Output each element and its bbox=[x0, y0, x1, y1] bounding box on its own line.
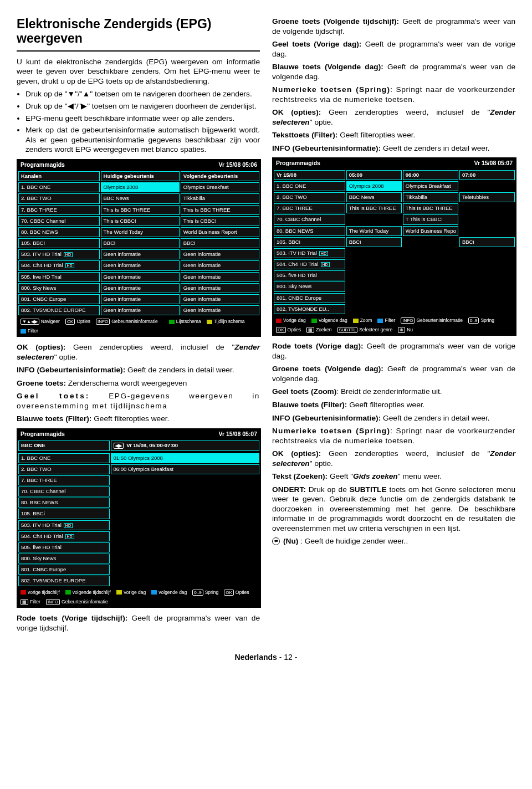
epg2-ch-cell: 505. five HD Trial bbox=[18, 542, 110, 552]
epg3-title: Programmagids bbox=[276, 160, 320, 167]
epg2-prog-cell bbox=[111, 486, 259, 496]
lg3n: Nu bbox=[407, 327, 413, 332]
r3: Blauwe toets (Volgende dag): Geeft de pr… bbox=[272, 62, 515, 81]
epg1-cell: Geen informatie bbox=[181, 272, 259, 282]
epg3-cell bbox=[403, 237, 458, 247]
epg1-cell: This Is BBC THREE bbox=[101, 205, 180, 215]
epg3-cell: 504. Ch4 HD TrialHD bbox=[274, 259, 345, 269]
epg3-cell bbox=[346, 304, 402, 314]
lg2ok: Opties bbox=[236, 590, 249, 595]
epg1-cell: Geen informatie bbox=[181, 260, 259, 270]
lg3g: Selecteer genre bbox=[359, 327, 392, 332]
col-next: Volgende gebeurtenis bbox=[181, 171, 259, 181]
epg1-cell: Geen informatie bbox=[101, 260, 180, 270]
epg2-time: Vr 15/08 05:07 bbox=[219, 431, 257, 438]
epg3-cell bbox=[403, 270, 458, 280]
epg3-cell: World Business Repo Breakfast bbox=[403, 226, 458, 236]
epg1-cell: Geen informatie bbox=[181, 305, 259, 315]
epg1-cell: 504. Ch4 HD TrialHD bbox=[18, 260, 100, 270]
lg3c: Zoom bbox=[360, 317, 372, 323]
epg3-cell bbox=[403, 281, 458, 291]
epg3-cell bbox=[459, 259, 515, 269]
epg1-cell: World Business Report bbox=[181, 227, 259, 237]
epg2-ch: BBC ONE bbox=[18, 440, 110, 450]
lg-list: Lijstschema bbox=[176, 319, 201, 324]
epg3-cell: T This is CBBC! bbox=[403, 214, 458, 224]
epg3-cell: Olympics 2008 bbox=[346, 181, 402, 191]
epg3-legend: Vorige dag Volgende dag Zoom Filter INFO… bbox=[273, 315, 516, 335]
r17: ⇄ (Nu) : Geeft de huidige zender weer.. bbox=[272, 536, 515, 546]
lg2b: volgende tijdschlijf bbox=[73, 590, 111, 595]
epg2-legend: vorige tijdschlijf volgende tijdschlijf … bbox=[17, 587, 260, 607]
footer: Nederlands - 12 - bbox=[17, 653, 515, 663]
epg3-cell: 70. CBBC Channel bbox=[274, 214, 345, 224]
epg2-prog-cell bbox=[111, 531, 259, 541]
h0: Vr 15/08 bbox=[274, 170, 345, 180]
epg1-cell: 1. BBC ONE bbox=[18, 182, 100, 192]
epg2-prog-cell bbox=[111, 498, 259, 508]
r15: Tekst (Zoeken): Geeft "Gids zoeken" menu… bbox=[272, 472, 515, 481]
epg3-cell: The World Today bbox=[346, 226, 402, 236]
epg1-cell: 503. ITV HD TrialHD bbox=[18, 249, 100, 259]
epg2-ch-cell: 105. BBCi bbox=[18, 509, 110, 519]
r7: INFO (Gebeurtenisinformatie): Geeft de z… bbox=[272, 144, 515, 153]
r5: OK (opties): Geen zenderopties weerd, in… bbox=[272, 107, 515, 127]
epg1-cell: BBC News bbox=[101, 193, 180, 203]
epg1-cell: 105. BBCi bbox=[18, 238, 100, 248]
lg3info: Gebeurtenisinformatie bbox=[416, 317, 463, 323]
epg-timeline-view: ProgrammagidsVr 15/08 05:07 Vr 15/0805:0… bbox=[272, 157, 516, 336]
line-blue: Blauwe toets (Filter): Geeft filteroptie… bbox=[17, 414, 260, 424]
lg2c: Vorige dag bbox=[124, 590, 146, 595]
epg1-cell: Geen informatie bbox=[181, 249, 259, 259]
epg3-cell bbox=[346, 214, 402, 224]
r13: Numerieke toetsen (Spring): Springt naar… bbox=[272, 426, 515, 445]
lg3b: Volgende dag bbox=[319, 317, 347, 323]
col-right: Groene toets (Volgende tijdschijf): Geef… bbox=[272, 17, 515, 636]
epg2-ch-cell: 1. BBC ONE bbox=[18, 453, 110, 463]
epg3-cell: 105. BBCi bbox=[274, 237, 345, 247]
epg2-ch-cell: 2. BBC TWO bbox=[18, 464, 110, 474]
lg3s: Spring bbox=[480, 317, 494, 323]
line-red-prev: Rode toets (Vorige tijdschijf): Geeft de… bbox=[17, 613, 260, 633]
epg2-prog-cell: 06:00 Olympics Breakfast bbox=[111, 464, 259, 474]
col-channels: Kanalen bbox=[18, 171, 100, 181]
epg3-table: Vr 15/0805:0006:0007:00 1. BBC ONEOlympi… bbox=[273, 169, 516, 315]
r12: INFO (Gebeurtenisinformatie): Geeft de z… bbox=[272, 413, 515, 423]
epg2-ch-cell: 70. CBBC Channel bbox=[18, 486, 110, 496]
epg2-range: Vr 15/08, 05:00-07:00 bbox=[126, 442, 178, 448]
r14: OK (opties): Geen zenderopties weerd, in… bbox=[272, 449, 515, 468]
epg1-cell: Olympics Breakfast bbox=[181, 182, 259, 192]
epg3-cell bbox=[403, 293, 458, 303]
epg2-prog-cell bbox=[111, 542, 259, 552]
line-yellow: Geel toets: EPG-gegevens weergeven in ov… bbox=[17, 391, 260, 411]
epg1-cell: Tikkabilla bbox=[181, 193, 259, 203]
epg3-cell bbox=[346, 248, 402, 258]
epg1-cell: The World Today bbox=[101, 227, 180, 237]
epg2-ch-cell: 503. ITV HD TrialHD bbox=[18, 520, 110, 530]
epg1-cell: Geen informatie bbox=[181, 283, 259, 293]
epg2-ch-cell: 504. Ch4 HD TrialHD bbox=[18, 531, 110, 541]
r6: Teksttoets (Filter): Geeft filteropties … bbox=[272, 130, 515, 140]
epg3-cell: BBCi bbox=[459, 237, 515, 247]
epg3-cell: BBC News bbox=[346, 192, 402, 202]
footer-lang: Nederlands bbox=[235, 653, 277, 662]
epg1-title: Programmagids bbox=[21, 161, 65, 168]
r8: Rode toets (Vorige dag): Geeft de progra… bbox=[272, 341, 515, 361]
page-title: Elektronische Zendergids (EPG) weergeven bbox=[17, 17, 244, 46]
lg3a: Vorige dag bbox=[283, 317, 306, 323]
epg2-prog-cell bbox=[111, 520, 259, 530]
epg1-cell: Geen informatie bbox=[101, 294, 180, 304]
h2: 06:00 bbox=[403, 170, 458, 180]
epg3-cell: Teletubbies bbox=[459, 192, 515, 202]
epg1-cell: This is CBBC! bbox=[101, 216, 180, 226]
columns: Elektronische Zendergids (EPG) weergeven… bbox=[17, 17, 515, 636]
lg3ok: Opties bbox=[288, 327, 301, 332]
epg3-cell: BBCi bbox=[346, 237, 402, 247]
epg1-cell: 2. BBC TWO bbox=[18, 193, 100, 203]
epg1-cell: 505. five HD Trial bbox=[18, 272, 100, 282]
epg3-cell bbox=[459, 270, 515, 280]
epg3-cell bbox=[459, 181, 515, 191]
epg3-cell: 7. BBC THREE bbox=[274, 203, 345, 213]
epg2-ch-cell: 800. Sky News bbox=[18, 554, 110, 563]
r11: Blauwe toets (Filter): Geeft filteroptie… bbox=[272, 400, 515, 410]
